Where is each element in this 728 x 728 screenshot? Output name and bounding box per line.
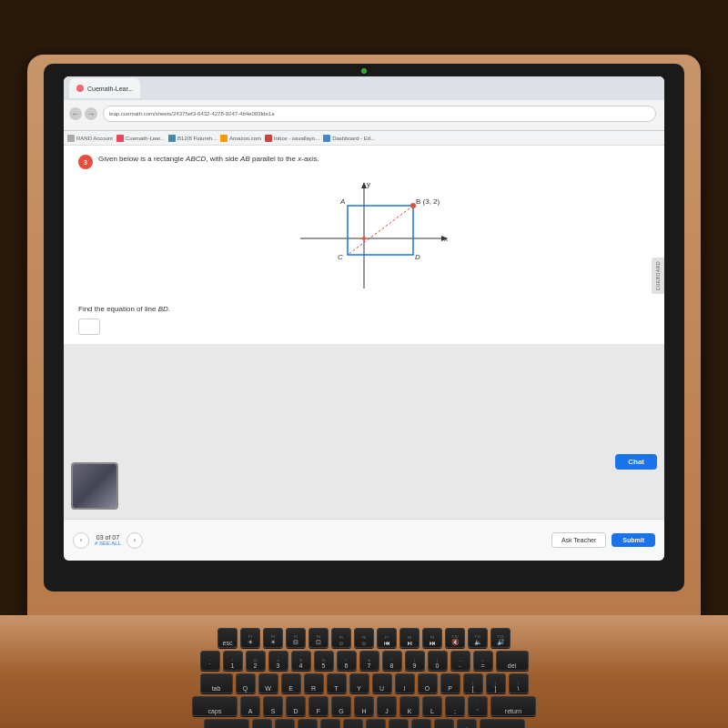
key-2[interactable]: @2	[246, 651, 266, 671]
key-rbracket[interactable]: }]	[486, 673, 506, 693]
key-f11[interactable]: F11🔈	[468, 628, 488, 648]
key-j[interactable]: J	[377, 696, 397, 716]
see-all-link[interactable]: # SEE ALL	[95, 541, 121, 546]
key-e[interactable]: E	[281, 673, 301, 693]
nav-controls: ‹ 03 of 07 # SEE ALL ›	[73, 532, 143, 549]
key-z[interactable]: Z	[252, 719, 272, 728]
key-f7[interactable]: F7⏮	[377, 628, 397, 648]
key-return[interactable]: return	[490, 696, 536, 716]
key-caps[interactable]: caps	[192, 696, 238, 716]
key-3[interactable]: #3	[268, 651, 288, 671]
key-f6[interactable]: F6☼	[354, 628, 374, 648]
key-4[interactable]: $4	[291, 651, 311, 671]
answer-input-box[interactable]	[78, 318, 100, 335]
key-m[interactable]: M	[389, 719, 409, 728]
key-l[interactable]: L	[422, 696, 442, 716]
forward-button[interactable]: →	[85, 107, 97, 120]
bookmark-amazon[interactable]: Amazon.com	[220, 135, 261, 142]
key-period[interactable]: >.	[434, 719, 454, 728]
bookmark-inbox[interactable]: Inbox - savallayo...	[265, 135, 319, 142]
key-o[interactable]: O	[418, 673, 438, 693]
ask-teacher-button[interactable]: Ask Teacher	[551, 532, 606, 548]
key-8[interactable]: *8	[382, 651, 402, 671]
key-p[interactable]: P	[440, 673, 460, 693]
svg-text:C: C	[338, 253, 343, 261]
key-tab[interactable]: tab	[200, 673, 233, 693]
prev-button[interactable]: ‹	[73, 532, 89, 549]
key-6[interactable]: ^6	[337, 651, 357, 671]
key-x[interactable]: X	[275, 719, 295, 728]
key-slash[interactable]: ?/	[457, 719, 477, 728]
key-0[interactable]: )0	[428, 651, 448, 671]
keyboard: esc F1☀ F2☀ F3⊟ F4⊡ F5☼ F6☼ F7⏮ F8⏯ F9⏭ …	[55, 628, 673, 719]
key-esc[interactable]: esc	[217, 628, 238, 648]
key-d[interactable]: D	[286, 696, 306, 716]
cueboard-sidebar[interactable]: CUEBOARD	[652, 258, 664, 294]
key-shift-left[interactable]: shift	[204, 719, 249, 728]
key-1[interactable]: !1	[223, 651, 243, 671]
key-comma[interactable]: <,	[411, 719, 431, 728]
key-f10[interactable]: F10🔇	[445, 628, 465, 648]
back-button[interactable]: ←	[69, 107, 82, 120]
active-tab[interactable]: Cuemath-Lear...	[69, 78, 140, 98]
key-5[interactable]: %5	[314, 651, 334, 671]
main-content: 3 Given below is a rectangle ABCD, with …	[64, 146, 664, 519]
key-lbracket[interactable]: {[	[463, 673, 483, 693]
address-bar[interactable]: leap.cuemath.com/sheets/24375ef3-6432-42…	[103, 106, 656, 122]
key-i[interactable]: I	[395, 673, 415, 693]
key-w[interactable]: W	[258, 673, 278, 693]
key-n[interactable]: N	[366, 719, 386, 728]
key-a[interactable]: A	[240, 696, 260, 716]
key-k[interactable]: K	[399, 696, 420, 716]
next-button[interactable]: ›	[126, 532, 143, 549]
screen: Cuemath-Lear... ← → leap.cuemath.com/she…	[64, 76, 664, 561]
key-f5[interactable]: F5☼	[331, 628, 351, 648]
key-backtick[interactable]: ~`	[200, 651, 220, 671]
zxcv-row: shift Z X C V B N M <, >. ?/ shift	[55, 719, 673, 728]
bookmark-dashboard[interactable]: Dashboard - Ed...	[323, 135, 375, 142]
key-equals[interactable]: +=	[473, 651, 493, 671]
key-backslash[interactable]: |\	[509, 673, 529, 693]
key-g[interactable]: G	[331, 696, 351, 716]
key-f4[interactable]: F4⊡	[308, 628, 329, 648]
key-semicolon[interactable]: :;	[445, 696, 465, 716]
key-f3[interactable]: F3⊟	[286, 628, 306, 648]
key-f1[interactable]: F1☀	[240, 628, 260, 648]
svg-text:A: A	[339, 197, 345, 206]
submit-button[interactable]: Submit	[612, 533, 655, 547]
svg-point-9	[362, 237, 366, 240]
key-f9[interactable]: F9⏭	[422, 628, 442, 648]
video-thumbnail[interactable]	[71, 462, 118, 510]
key-quote[interactable]: "'	[468, 696, 488, 716]
qwerty-row: tab Q W E R T Y U I O P {[ }] |\	[55, 673, 673, 693]
bookmark-rand[interactable]: RAND Account	[67, 135, 113, 142]
key-shift-right[interactable]: shift	[480, 719, 525, 728]
key-b[interactable]: B	[343, 719, 363, 728]
bookmark-icon	[168, 135, 176, 142]
bookmark-b12[interactable]: B12/8 Futureh...	[168, 135, 217, 142]
bookmark-icon	[116, 135, 124, 142]
key-delete[interactable]: del	[496, 651, 529, 671]
key-h[interactable]: H	[354, 696, 374, 716]
key-s[interactable]: S	[263, 696, 283, 716]
key-minus[interactable]: —-	[450, 651, 470, 671]
bookmark-cuemath[interactable]: Cuemath-Lear...	[116, 135, 165, 142]
key-7[interactable]: &7	[359, 651, 379, 671]
key-u[interactable]: U	[372, 673, 392, 693]
key-q[interactable]: Q	[236, 673, 256, 693]
key-y[interactable]: Y	[349, 673, 369, 693]
bookmark-icon	[323, 135, 330, 142]
key-f8[interactable]: F8⏯	[399, 628, 420, 648]
key-f[interactable]: F	[308, 696, 329, 716]
coordinate-graph: x y	[273, 179, 455, 298]
key-v[interactable]: V	[320, 719, 340, 728]
key-c[interactable]: C	[298, 719, 318, 728]
key-r[interactable]: R	[304, 673, 324, 693]
bookmark-label: Amazon.com	[229, 136, 261, 141]
key-f2[interactable]: F2☀	[263, 628, 283, 648]
browser-chrome: Cuemath-Lear... ← → leap.cuemath.com/she…	[64, 76, 664, 131]
key-f12[interactable]: F12🔊	[490, 628, 511, 648]
key-t[interactable]: T	[327, 673, 347, 693]
chat-button[interactable]: Chat	[615, 454, 657, 470]
key-9[interactable]: (9	[405, 651, 425, 671]
